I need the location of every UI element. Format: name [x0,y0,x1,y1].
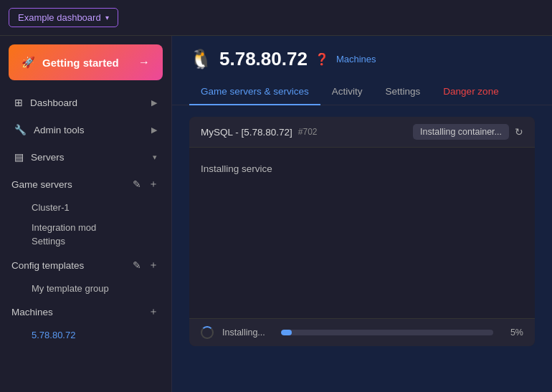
sidebar-item-servers[interactable]: ▤ Servers ▾ [3,144,168,170]
sidebar-item-admin-tools[interactable]: 🔧 Admin tools ▶ [3,117,168,143]
panel-body: Installing service [189,148,535,318]
add-machine-icon[interactable]: ＋ [147,304,160,320]
panel-header-left: MySQL - [5.78.80.72] #702 [201,127,318,138]
sidebar-item-template-group[interactable]: My template group [0,279,171,298]
chevron-right-icon: ▶ [151,98,157,107]
installing-status-badge: Installing container... [413,124,509,140]
progress-spinner [201,326,214,339]
sidebar: 🚀 Getting started → ⊞ Dashboard ▶ 🔧 Admi… [0,36,172,392]
progress-percentage: 5% [502,328,523,338]
integration-mod-label: Integration mod [32,222,96,233]
chevron-right-icon-admin: ▶ [151,125,157,135]
help-icon[interactable]: ❓ [315,52,329,66]
getting-started-button[interactable]: 🚀 Getting started → [9,44,163,80]
add-icon[interactable]: ＋ [147,176,160,192]
content-area: 🐧 5.78.80.72 ❓ Machines Game servers & s… [172,36,552,392]
chevron-down-icon: ▾ [105,14,109,21]
progress-label: Installing... [222,328,272,338]
settings-link-label: Settings [32,236,65,247]
sidebar-item-machine-ip[interactable]: 5.78.80.72 [0,325,171,345]
top-nav: Example dashboard ▾ [0,0,552,36]
refresh-icon[interactable]: ↻ [515,126,523,138]
service-panel: MySQL - [5.78.80.72] #702 Installing con… [189,117,535,346]
progress-bar-background [281,330,493,335]
game-servers-label: Game servers [11,179,72,190]
config-templates-section[interactable]: Config templates ✎ ＋ [0,252,171,279]
edit-config-icon[interactable]: ✎ [131,258,143,272]
page-header: 🐧 5.78.80.72 ❓ Machines [172,36,552,70]
add-config-icon[interactable]: ＋ [147,257,160,273]
servers-label: Servers [31,152,65,163]
getting-started-label: Getting started [42,57,119,69]
tabs-bar: Game servers & services Activity Setting… [172,79,552,105]
machine-ip-label: 5.78.80.72 [32,330,75,340]
ip-address: 5.78.80.72 [219,48,308,70]
sidebar-item-cluster-1[interactable]: Cluster-1 [0,198,171,217]
getting-started-icon: 🚀 [22,56,35,69]
admin-tools-label: Admin tools [34,125,85,135]
installing-status-text: Installing container... [420,127,502,137]
servers-icon: ▤ [14,151,24,163]
template-group-label: My template group [32,283,109,294]
machines-section[interactable]: Machines ＋ [0,298,171,325]
progress-bar-area: Installing... 5% [189,318,535,346]
installing-service-text: Installing service [201,163,272,174]
sidebar-item-integration-mod[interactable]: Integration mod [0,217,171,234]
sidebar-item-settings[interactable]: Settings [0,234,171,252]
panel-title: MySQL - [5.78.80.72] [201,127,292,138]
arrow-right-icon: → [138,56,150,69]
chevron-down-icon-servers: ▾ [153,153,157,162]
tab-settings[interactable]: Settings [374,79,432,105]
main-layout: 🚀 Getting started → ⊞ Dashboard ▶ 🔧 Admi… [0,36,552,392]
panel-header: MySQL - [5.78.80.72] #702 Installing con… [189,117,535,148]
linux-logo: 🐧 [189,47,212,70]
edit-icon[interactable]: ✎ [131,177,143,191]
tab-activity[interactable]: Activity [320,79,374,105]
machines-label: Machines [11,307,53,317]
game-servers-section[interactable]: Game servers ✎ ＋ [0,171,171,198]
dashboard-label: Example dashboard [18,12,101,23]
dashboard-button[interactable]: Example dashboard ▾ [9,8,118,27]
progress-bar-fill [281,330,292,335]
config-templates-label: Config templates [11,260,84,271]
panel-badge: #702 [298,127,318,137]
dashboard-item-label: Dashboard [30,97,77,108]
cluster-1-label: Cluster-1 [32,202,70,213]
admin-tools-icon: 🔧 [14,124,27,135]
sidebar-item-dashboard[interactable]: ⊞ Dashboard ▶ [3,90,168,115]
tab-game-servers[interactable]: Game servers & services [189,79,320,105]
dashboard-icon: ⊞ [14,97,23,108]
machines-link[interactable]: Machines [336,54,376,64]
tab-danger-zone[interactable]: Danger zone [432,79,510,105]
